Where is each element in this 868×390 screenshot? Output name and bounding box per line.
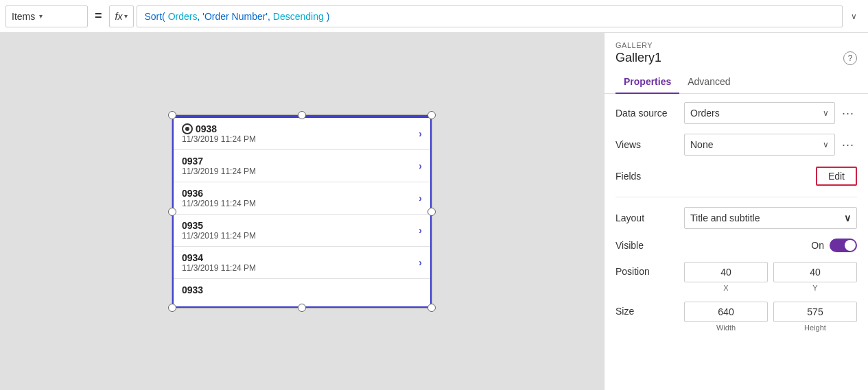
visible-label: Visible <box>615 240 684 251</box>
data-source-value: Orders <box>690 108 720 119</box>
gallery-item-0938-title: 0938 <box>182 123 256 134</box>
size-width-label: Width <box>716 324 736 332</box>
gallery-item-0938-content: 0938 11/3/2019 11:24 PM <box>182 123 256 144</box>
data-source-control: Orders ∨ ··· <box>684 102 857 124</box>
visible-row: Visible On <box>615 239 857 252</box>
size-width-input[interactable] <box>684 302 768 322</box>
visible-toggle[interactable] <box>830 239 857 252</box>
fields-control: Edit <box>684 167 857 186</box>
views-control: None ∨ ··· <box>684 134 857 156</box>
panel-title-row: Gallery1 ? <box>615 51 857 65</box>
gallery-item-0936-arrow: › <box>419 193 422 204</box>
gallery-item-0936-subtitle: 11/3/2019 11:24 PM <box>182 199 256 208</box>
handle-bottom-right[interactable] <box>427 304 436 312</box>
gallery-item-0937-title: 0937 <box>182 156 256 167</box>
handle-top-center[interactable] <box>298 111 306 119</box>
items-dropdown[interactable]: Items ▾ <box>5 5 88 27</box>
tab-advanced[interactable]: Advanced <box>679 71 738 94</box>
handle-middle-left[interactable] <box>168 208 176 216</box>
views-row: Views None ∨ ··· <box>615 134 857 156</box>
fx-button[interactable]: fx ▾ <box>109 5 134 27</box>
layout-label: Layout <box>615 212 684 223</box>
right-panel: GALLERY Gallery1 ? Properties Advanced D… <box>604 33 868 390</box>
gallery-item-0938-arrow: › <box>419 128 422 139</box>
views-chevron-icon: ∨ <box>823 140 829 149</box>
gallery-widget[interactable]: 0938 11/3/2019 11:24 PM › 0937 11/3/2019… <box>172 114 432 308</box>
items-label: Items <box>12 11 35 22</box>
position-x-input[interactable] <box>684 262 768 282</box>
gallery-item-0936-title: 0936 <box>182 188 256 199</box>
panel-content: Data source Orders ∨ ··· Views None ∨ <box>605 94 868 390</box>
gallery-item-0937[interactable]: 0937 11/3/2019 11:24 PM › <box>174 150 430 182</box>
position-y-label: Y <box>812 284 817 292</box>
items-chevron-icon: ▾ <box>39 12 43 20</box>
edit-fields-button[interactable]: Edit <box>816 167 857 186</box>
position-label: Position <box>615 262 684 277</box>
panel-gallery-name: Gallery1 <box>615 51 661 65</box>
position-y-group: Y <box>773 262 857 292</box>
main-area: 0938 11/3/2019 11:24 PM › 0937 11/3/2019… <box>0 33 868 390</box>
gallery-item-0935-title: 0935 <box>182 220 256 231</box>
gallery-item-0933-content: 0933 <box>182 284 203 295</box>
formula-expand-icon[interactable]: ∨ <box>845 12 863 21</box>
position-y-input[interactable] <box>773 262 857 282</box>
position-x-group: X <box>684 262 768 292</box>
data-source-more-icon[interactable]: ··· <box>839 106 857 121</box>
layout-value: Title and subtitle <box>690 212 760 223</box>
panel-help-icon[interactable]: ? <box>843 51 857 65</box>
gallery-item-0937-subtitle: 11/3/2019 11:24 PM <box>182 167 256 176</box>
gallery-item-0937-arrow: › <box>419 160 422 171</box>
divider-1 <box>615 197 857 197</box>
layout-control: Title and subtitle ∨ <box>684 207 857 229</box>
size-width-group: Width <box>684 302 768 332</box>
equals-icon: = <box>91 9 106 23</box>
gallery-item-0936[interactable]: 0936 11/3/2019 11:24 PM › <box>174 182 430 215</box>
gallery-item-0934-title: 0934 <box>182 252 256 263</box>
data-source-dropdown[interactable]: Orders ∨ <box>684 102 835 124</box>
gallery-item-0933[interactable]: 0933 › <box>174 279 430 306</box>
panel-tabs: Properties Advanced <box>605 71 868 94</box>
size-height-group: Height <box>773 302 857 332</box>
formula-text: Sort( Orders, 'Order Number', Descending… <box>144 11 329 22</box>
data-source-row: Data source Orders ∨ ··· <box>615 102 857 124</box>
formula-bar[interactable]: Sort( Orders, 'Order Number', Descending… <box>137 5 843 27</box>
gallery-item-0936-content: 0936 11/3/2019 11:24 PM <box>182 188 256 208</box>
gallery-list: 0938 11/3/2019 11:24 PM › 0937 11/3/2019… <box>172 115 432 308</box>
gallery-item-0934-content: 0934 11/3/2019 11:24 PM <box>182 252 256 273</box>
fields-label: Fields <box>615 171 684 182</box>
size-height-input[interactable] <box>773 302 857 322</box>
handle-top-left[interactable] <box>168 111 176 119</box>
top-bar: Items ▾ = fx ▾ Sort( Orders, 'Order Numb… <box>0 0 868 33</box>
data-source-label: Data source <box>615 108 684 119</box>
fields-row: Fields Edit <box>615 165 857 187</box>
panel-gallery-label: GALLERY <box>615 41 857 49</box>
gallery-item-0935-subtitle: 11/3/2019 11:24 PM <box>182 231 256 241</box>
gallery-item-0934[interactable]: 0934 11/3/2019 11:24 PM › <box>174 247 430 279</box>
tab-properties[interactable]: Properties <box>615 71 679 94</box>
views-dropdown[interactable]: None ∨ <box>684 134 835 156</box>
layout-chevron-icon: ∨ <box>844 212 851 223</box>
handle-top-right[interactable] <box>427 111 436 119</box>
fx-chevron-icon: ▾ <box>124 12 128 20</box>
handle-bottom-left[interactable] <box>168 304 176 312</box>
gallery-item-0933-title: 0933 <box>182 284 203 295</box>
handle-bottom-center[interactable] <box>298 304 306 312</box>
layout-dropdown[interactable]: Title and subtitle ∨ <box>684 207 857 229</box>
visible-control: On <box>684 239 857 252</box>
gallery-item-0935-arrow: › <box>419 225 422 236</box>
gallery-item-0935[interactable]: 0935 11/3/2019 11:24 PM › <box>174 215 430 247</box>
gallery-item-0934-arrow: › <box>419 257 422 268</box>
canvas-area: 0938 11/3/2019 11:24 PM › 0937 11/3/2019… <box>0 33 604 390</box>
visible-on-text: On <box>811 240 824 251</box>
size-row: Size Width Height <box>615 302 857 332</box>
selected-indicator-icon <box>182 123 193 134</box>
gallery-item-0934-subtitle: 11/3/2019 11:24 PM <box>182 263 256 273</box>
handle-middle-right[interactable] <box>427 208 436 216</box>
size-label: Size <box>615 302 684 317</box>
gallery-item-0938[interactable]: 0938 11/3/2019 11:24 PM › <box>174 117 430 150</box>
position-inputs: X Y <box>684 262 857 292</box>
size-height-label: Height <box>804 324 826 332</box>
views-more-icon[interactable]: ··· <box>839 138 857 152</box>
panel-header: GALLERY Gallery1 ? <box>605 33 868 71</box>
gallery-item-0938-subtitle: 11/3/2019 11:24 PM <box>182 134 256 144</box>
